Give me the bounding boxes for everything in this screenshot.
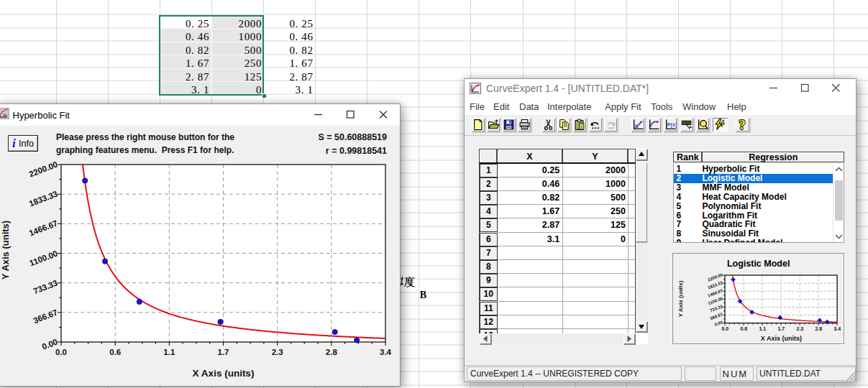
svg-text:?: ? [739,119,746,131]
svg-text:P(x): P(x) [667,121,677,128]
svg-text:kc: kc [4,113,8,117]
